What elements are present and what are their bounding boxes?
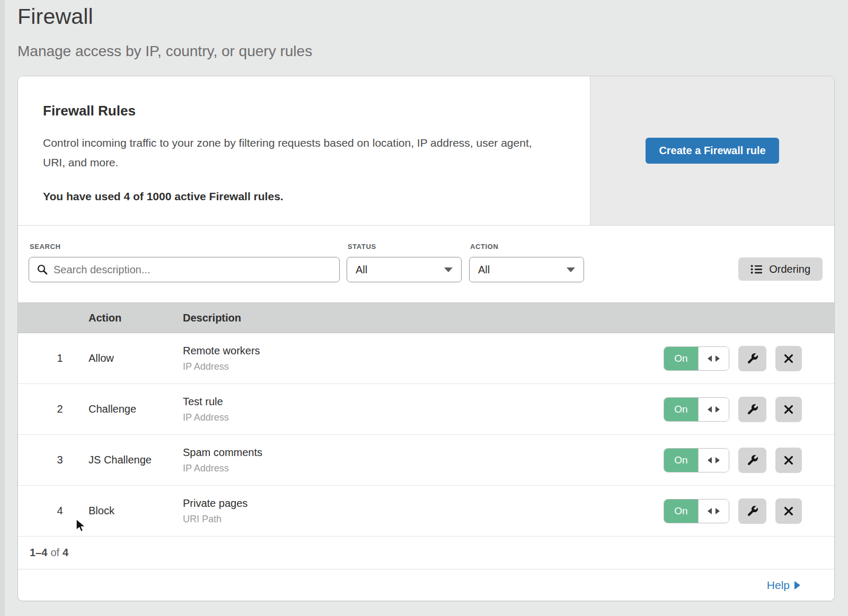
status-field-group: STATUS All [347, 243, 462, 302]
card-header-section: Firewall Rules Control incoming traffic … [18, 76, 834, 226]
toggle-drag-handle[interactable] [698, 398, 729, 421]
card-header-text: Firewall Rules Control incoming traffic … [18, 76, 590, 225]
pagination-total: 4 [63, 547, 68, 559]
chevron-down-icon [444, 267, 453, 272]
delete-rule-button[interactable] [775, 397, 802, 422]
edit-rule-button[interactable] [738, 346, 766, 371]
action-column-header: Action [84, 312, 179, 324]
status-select[interactable]: All [347, 257, 462, 282]
page-title: Firewall [17, 4, 312, 29]
action-selected-value: All [478, 264, 490, 276]
rule-match-type: IP Address [183, 412, 664, 423]
rule-description-cell: Private pages URI Path [179, 497, 664, 525]
rule-description-cell: Test rule IP Address [179, 396, 664, 423]
rule-action: JS Challenge [84, 454, 179, 466]
filter-bar: SEARCH STATUS All ACTION All [18, 226, 834, 302]
toggle-state-label: On [664, 449, 698, 472]
rule-description: Remote workers [183, 345, 664, 357]
close-icon [783, 454, 794, 466]
rule-description-cell: Remote workers IP Address [179, 345, 664, 372]
search-field-group: SEARCH [29, 243, 340, 302]
rule-match-type: IP Address [183, 463, 664, 474]
firewall-rules-card: Firewall Rules Control incoming traffic … [17, 76, 835, 601]
rule-priority: 3 [36, 454, 84, 466]
card-footer: Help [18, 569, 834, 601]
action-label: ACTION [470, 243, 584, 251]
table-row: 3 JS Challenge Spam comments IP Address … [18, 435, 834, 486]
action-select[interactable]: All [469, 257, 584, 282]
wrench-icon [746, 505, 759, 517]
toggle-state-label: On [664, 499, 698, 523]
search-icon [37, 264, 48, 275]
status-selected-value: All [356, 264, 367, 276]
description-column-header: Description [179, 312, 802, 324]
help-link-label: Help [767, 579, 790, 592]
rule-controls: On [664, 448, 802, 473]
rule-enabled-toggle[interactable]: On [664, 499, 729, 523]
search-input[interactable] [54, 264, 332, 276]
pagination-range: 1–4 [30, 547, 47, 559]
ordering-button-label: Ordering [769, 263, 810, 275]
delete-rule-button[interactable] [775, 448, 802, 473]
rule-enabled-toggle[interactable]: On [664, 448, 729, 472]
rule-description: Private pages [183, 497, 664, 510]
rule-description-cell: Spam comments IP Address [179, 447, 664, 474]
wrench-icon [746, 454, 759, 467]
rule-match-type: IP Address [183, 361, 664, 372]
toggle-drag-handle[interactable] [698, 449, 729, 472]
status-label: STATUS [348, 243, 462, 251]
rule-match-type: URI Path [183, 514, 664, 525]
rule-controls: On [664, 397, 802, 422]
rule-action: Allow [84, 352, 179, 364]
toggle-state-label: On [664, 347, 698, 370]
rule-priority: 1 [36, 352, 84, 364]
pagination-row: 1–4 of 4 [18, 537, 834, 569]
page-subtitle: Manage access by IP, country, or query r… [17, 43, 312, 60]
table-header-row: Action Description [18, 302, 834, 333]
usage-note: You have used 4 of 1000 active Firewall … [43, 190, 547, 203]
table-row: 1 Allow Remote workers IP Address On [18, 333, 834, 384]
toggle-drag-handle[interactable] [698, 347, 729, 370]
rule-enabled-toggle[interactable]: On [664, 346, 729, 371]
rule-controls: On [664, 498, 802, 524]
rule-action: Block [84, 505, 179, 517]
window-left-edge [0, 0, 5, 616]
page-header: Firewall Manage access by IP, country, o… [17, 4, 312, 60]
close-icon [783, 353, 794, 364]
card-title: Firewall Rules [43, 103, 547, 119]
rule-enabled-toggle[interactable]: On [664, 397, 729, 422]
chevron-down-icon [567, 267, 575, 272]
arrow-right-icon [794, 581, 800, 590]
card-header-action-panel: Create a Firewall rule [590, 76, 834, 225]
help-link[interactable]: Help [767, 579, 800, 592]
rule-action: Challenge [84, 403, 179, 415]
rule-priority: 4 [36, 505, 84, 517]
list-ordering-icon [750, 264, 763, 274]
edit-rule-button[interactable] [738, 498, 766, 524]
card-description: Control incoming traffic to your zone by… [43, 133, 546, 173]
rule-priority: 2 [36, 403, 84, 415]
table-row: 4 Block Private pages URI Path On [18, 486, 834, 537]
ordering-button[interactable]: Ordering [738, 257, 823, 281]
edit-rule-button[interactable] [738, 448, 766, 473]
create-firewall-rule-button[interactable]: Create a Firewall rule [646, 138, 779, 164]
action-field-group: ACTION All [469, 243, 584, 302]
rule-description: Spam comments [183, 447, 664, 459]
delete-rule-button[interactable] [775, 346, 802, 371]
search-box[interactable] [29, 257, 340, 282]
delete-rule-button[interactable] [775, 498, 802, 524]
search-label: SEARCH [30, 243, 340, 251]
toggle-state-label: On [664, 398, 698, 421]
wrench-icon [746, 352, 759, 365]
wrench-icon [746, 403, 759, 416]
rule-description: Test rule [183, 396, 664, 408]
page-background: { "page": { "title": "Firewall", "subtit… [0, 0, 848, 616]
edit-rule-button[interactable] [738, 397, 766, 422]
toggle-drag-handle[interactable] [698, 499, 729, 523]
close-icon [783, 404, 794, 415]
pagination-of: of [50, 547, 59, 559]
close-icon [783, 505, 794, 517]
table-row: 2 Challenge Test rule IP Address On [18, 384, 834, 435]
rule-controls: On [664, 346, 802, 371]
